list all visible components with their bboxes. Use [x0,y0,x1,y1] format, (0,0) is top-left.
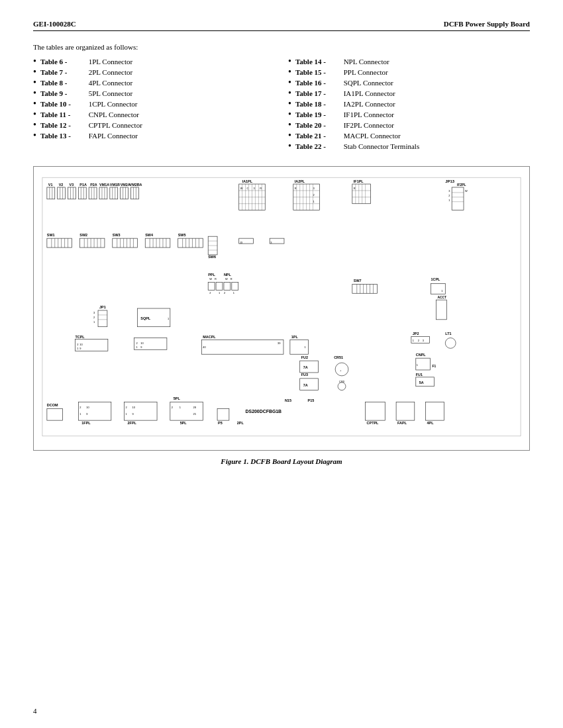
svg-text:1: 1 [79,412,81,416]
svg-text:TCPL: TCPL [75,335,85,339]
svg-text:ACCT: ACCT [437,296,446,299]
list-item: •Table 15 - PPL Connector [288,68,530,77]
svg-text:9: 9 [86,412,87,416]
svg-text:2: 2 [77,343,78,346]
tables-section: •Table 6 - 1PL Connector•Table 7 - 2PL C… [33,58,530,153]
list-item: •Table 17 - IA1PL Connector [288,89,530,98]
svg-text:SW6: SW6 [208,255,216,259]
table-ref: Table 9 - [40,89,87,97]
board-diagram-container: V1 V2 V3 P1A P2A VM1A [33,166,530,451]
svg-text:3: 3 [423,339,425,342]
table-desc: IA2PL Connector [342,100,395,108]
table-ref: Table 19 - [295,111,342,118]
svg-text:R: R [260,187,262,190]
svg-text:3: 3 [313,187,315,190]
svg-text:3: 3 [448,189,450,193]
svg-text:NPL: NPL [224,273,232,277]
table-ref: Table 6 - [40,58,87,66]
svg-text:P2A: P2A [90,183,97,187]
svg-text:2FPL: 2FPL [128,421,137,425]
svg-text:1: 1 [448,199,450,202]
svg-rect-112 [145,238,170,248]
svg-text:2: 2 [93,316,95,319]
svg-text:2: 2 [172,406,173,409]
svg-rect-134 [270,238,284,244]
svg-text:V1: V1 [48,183,53,187]
svg-rect-14 [78,187,86,199]
svg-text:F1: F1 [433,365,436,368]
svg-text:3: 3 [253,187,255,190]
svg-text:SW4: SW4 [145,233,153,237]
list-item: •Table 22 - Stab Connector Terminals [288,142,530,151]
svg-text:FU1: FU1 [416,373,423,377]
svg-rect-104 [113,238,138,248]
table-desc: IA1PL Connector [342,89,395,97]
table-desc: 1CPL Connector [87,100,138,108]
page-header: GEI-100028C DCFB Power Supply Board [33,20,530,31]
svg-text:P5: P5 [218,421,223,425]
figure-caption: Figure 1. DCFB Board Layout Diagram [33,457,530,465]
bullet-icon: • [33,57,36,66]
svg-text:DCOM: DCOM [47,403,58,407]
bullet-icon: • [33,110,36,119]
bullet-icon: • [288,110,291,119]
svg-text:VM1B: VM1B [110,183,120,187]
svg-text:SW5: SW5 [178,233,186,237]
list-item: •Table 20 - IF2PL Connector [288,121,530,130]
svg-rect-151 [352,284,378,293]
svg-text:JP13: JP13 [445,179,455,183]
svg-rect-218 [78,402,111,420]
table-ref: Table 15 - [295,68,342,76]
svg-rect-247 [426,402,444,420]
svg-text:W: W [225,277,228,281]
page: GEI-100028C DCFB Power Supply Board The … [0,0,563,728]
svg-text:10: 10 [140,341,144,345]
svg-text:4PL: 4PL [427,421,435,425]
svg-text:2: 2 [313,193,314,197]
svg-rect-0 [42,177,521,436]
svg-text:P1A: P1A [79,183,87,187]
svg-text:JP2: JP2 [413,332,419,336]
svg-text:W: W [465,189,468,193]
list-item: •Table 14 - NPL Connector [288,58,530,66]
svg-text:1: 1 [305,345,306,349]
svg-text:1: 1 [136,345,137,349]
svg-text:10: 10 [79,343,83,346]
svg-text:R: R [295,187,297,190]
table-desc: CNPL Connector [87,111,139,118]
svg-text:W: W [240,187,243,190]
svg-text:PPL: PPL [208,273,215,277]
svg-text:28: 28 [193,406,196,409]
board-diagram-svg: V1 V2 V3 P1A P2A VM1A [39,172,524,445]
table-ref: Table 8 - [40,79,87,87]
svg-rect-162 [98,310,107,327]
tables-left-list: •Table 6 - 1PL Connector•Table 7 - 2PL C… [33,58,275,140]
svg-text:2: 2 [224,291,225,295]
svg-rect-217 [47,408,63,420]
bullet-icon: • [288,99,291,109]
svg-text:7A: 7A [303,383,308,387]
svg-rect-224 [125,402,157,420]
svg-rect-30 [121,187,128,199]
svg-rect-2 [47,187,55,199]
svg-text:1: 1 [219,291,220,295]
svg-text:V3: V3 [70,183,74,187]
svg-text:IF1PL: IF1PL [354,179,364,183]
table-ref: Table 10 - [40,100,87,108]
table-desc: FAPL Connector [87,132,138,140]
svg-rect-6 [58,187,66,199]
list-item: •Table 13 - FAPL Connector [33,132,275,140]
list-item: •Table 16 - SQPL Connector [288,79,530,87]
svg-text:2: 2 [448,194,450,197]
svg-point-205 [335,363,348,376]
svg-text:R: R [354,187,356,190]
svg-rect-245 [396,402,415,420]
table-ref: Table 7 - [40,68,87,76]
svg-rect-79 [452,187,464,210]
svg-text:CNPL: CNPL [416,353,426,357]
svg-text:SQPL: SQPL [140,316,150,320]
svg-point-208 [338,383,346,390]
list-item: •Table 12 - CPTPL Connector [33,121,275,130]
svg-text:V2: V2 [59,183,64,187]
list-item: •Table 18 - IA2PL Connector [288,100,530,109]
